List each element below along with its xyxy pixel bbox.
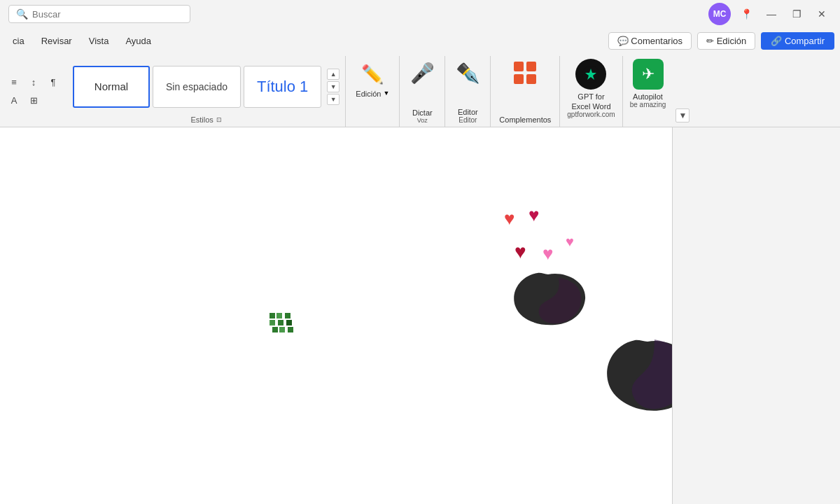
ribbon: ≡ ↕ ¶ A ⊞ Normal Sin espaciado Título 1 … — [0, 53, 840, 127]
styles-row: Normal Sin espaciado Título 1 ▲ ▼ ▼ — [73, 59, 340, 114]
normal-style-btn[interactable]: Normal — [73, 66, 150, 108]
svg-rect-5 — [270, 313, 275, 318]
autopilot-icon: ✈ — [633, 59, 664, 90]
scroll-expand-arrow[interactable]: ▼ — [327, 94, 340, 105]
svg-rect-0 — [514, 62, 524, 71]
styles-label: Estilos ⊡ — [190, 115, 221, 124]
restore-button[interactable]: ❐ — [787, 4, 806, 24]
dictar-icon: 🎤 — [408, 59, 436, 87]
doc-area: ♥ ♥ ♥ ♥ ♥ — [0, 127, 840, 504]
color-btn[interactable]: A — [6, 93, 22, 108]
menu-bar: cia Revisar Vista Ayuda 💬 Comentarios ✏ … — [0, 28, 840, 53]
edicion-group-btn[interactable]: ✏️ Edición ▼ — [351, 59, 393, 99]
ink-blob-2 — [606, 336, 672, 416]
compartir-button[interactable]: 🔗 Compartir — [761, 32, 834, 50]
sort-btn[interactable]: ↕ — [25, 75, 42, 90]
close-button[interactable]: ✕ — [812, 4, 832, 24]
svg-rect-1 — [526, 62, 536, 71]
right-panel — [672, 127, 840, 504]
svg-rect-13 — [288, 327, 293, 332]
edicion-button[interactable]: ✏ Edición — [697, 32, 755, 50]
avatar[interactable]: MC — [708, 3, 731, 25]
edicion-voz-section: ✏️ Edición ▼ — [346, 56, 400, 127]
complementos-section[interactable]: Complementos — [491, 56, 560, 127]
tool-row-1: ≡ ↕ ¶ — [6, 75, 62, 90]
svg-rect-2 — [514, 74, 524, 84]
menu-vista[interactable]: Vista — [82, 33, 116, 49]
sin-espaciado-btn[interactable]: Sin espaciado — [153, 66, 241, 108]
menu-cia[interactable]: cia — [6, 33, 31, 49]
search-icon: 🔍 — [16, 8, 28, 20]
scroll-down-arrow[interactable]: ▼ — [327, 81, 340, 92]
svg-rect-11 — [272, 327, 278, 332]
doc-canvas[interactable]: ♥ ♥ ♥ ♥ ♥ — [0, 127, 672, 504]
menu-items: cia Revisar Vista Ayuda — [6, 33, 158, 49]
complementos-icon — [511, 59, 539, 87]
autopilot-section[interactable]: ✈ Autopilot be amazing — [623, 56, 673, 127]
comentarios-button[interactable]: 💬 Comentarios — [608, 32, 692, 50]
ribbon-expand: ▼ — [673, 56, 690, 127]
table-btn[interactable]: ⊞ — [25, 93, 42, 108]
search-box[interactable]: 🔍 — [8, 5, 190, 23]
para-btn[interactable]: ¶ — [45, 75, 62, 90]
editor-icon: ✒️ — [454, 59, 482, 87]
svg-rect-14 — [271, 320, 275, 324]
gpt-section[interactable]: GPT for Excel Word gptforwork.com — [560, 56, 622, 127]
ink-blob-1 — [510, 267, 590, 333]
ribbon-left-tools: ≡ ↕ ¶ A ⊞ — [6, 56, 67, 127]
svg-rect-10 — [286, 320, 292, 326]
heart-5: ♥ — [566, 234, 574, 250]
svg-rect-12 — [279, 327, 285, 332]
heart-3: ♥ — [514, 241, 526, 263]
styles-expand-icon[interactable]: ⊡ — [216, 116, 222, 123]
ribbon-expand-btn[interactable]: ▼ — [676, 108, 690, 122]
pin-button[interactable]: 📍 — [736, 4, 756, 24]
gpt-icon — [575, 59, 606, 90]
doc-page[interactable]: ♥ ♥ ♥ ♥ ♥ — [0, 127, 672, 504]
menu-ayuda[interactable]: Ayuda — [118, 33, 158, 49]
svg-rect-7 — [285, 313, 290, 318]
menu-revisar[interactable]: Revisar — [34, 33, 79, 49]
heart-4: ♥ — [542, 243, 553, 265]
titulo1-btn[interactable]: Título 1 — [244, 66, 321, 108]
title-bar: 🔍 MC 📍 — ❐ ✕ — [0, 0, 840, 28]
heart-2: ♥ — [528, 204, 539, 226]
edicion-icon: ✏️ — [358, 60, 386, 88]
edicion-dropdown-icon[interactable]: ▼ — [383, 90, 389, 97]
svg-rect-3 — [526, 74, 536, 84]
voz-label: Voz — [417, 117, 428, 124]
menu-right-buttons: 💬 Comentarios ✏ Edición 🔗 Compartir — [608, 32, 834, 50]
search-input[interactable] — [32, 9, 183, 20]
styles-scroll: ▲ ▼ ▼ — [327, 69, 340, 105]
align-left-btn[interactable]: ≡ — [6, 75, 22, 90]
green-pattern — [270, 313, 300, 342]
title-bar-controls: MC 📍 — ❐ ✕ — [708, 3, 832, 25]
editor-section[interactable]: ✒️ Editor Editor — [445, 56, 491, 127]
voz-section[interactable]: 🎤 Dictar Voz — [400, 56, 445, 127]
edicion-label-row: Edición ▼ — [356, 88, 389, 98]
scroll-up-arrow[interactable]: ▲ — [327, 69, 340, 80]
heart-1: ♥ — [504, 208, 514, 230]
styles-section: Normal Sin espaciado Título 1 ▲ ▼ ▼ Esti… — [67, 56, 346, 127]
svg-rect-9 — [278, 320, 284, 326]
svg-rect-6 — [276, 313, 282, 318]
tool-row-2: A ⊞ — [6, 93, 62, 108]
minimize-button[interactable]: — — [762, 4, 781, 24]
